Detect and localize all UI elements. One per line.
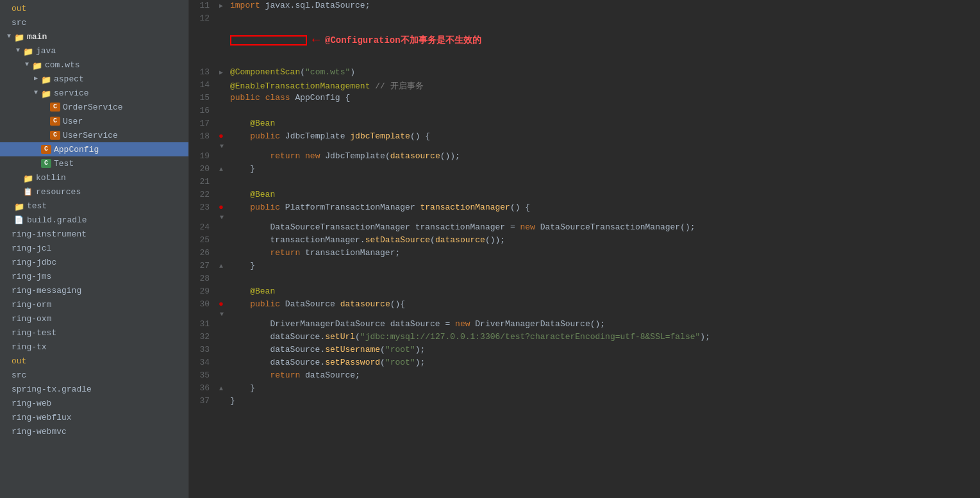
sidebar-item-ring-jcl[interactable]: ring-jcl [0, 241, 188, 255]
code-area[interactable]: 11 ▶ import javax.sql.DataSource; 12 ← @ [189, 0, 980, 498]
sidebar-item-src2[interactable]: src [0, 368, 188, 382]
gutter-19 [215, 151, 228, 163]
sidebar-item-out2[interactable]: out [0, 354, 188, 368]
line-num-14: 14 [189, 79, 215, 92]
sidebar-label-out2: out [12, 356, 26, 366]
sidebar-item-order-service[interactable]: C OrderService [0, 100, 188, 114]
sidebar-label-ring-web: ring-web [12, 399, 51, 408]
sidebar-item-kotlin[interactable]: 📁 kotlin [0, 170, 188, 185]
no-arrow7 [3, 315, 10, 322]
class-icon-app-config: C [41, 145, 51, 154]
leaf-app-config [32, 145, 40, 153]
line-num-23: 23 [189, 202, 215, 222]
sidebar-item-out[interactable]: out [0, 1, 188, 15]
sidebar-label-src: src [12, 18, 26, 28]
line-code-13: @ComponentScan("com.wts") [228, 67, 980, 79]
sidebar-item-ring-jdbc[interactable]: ring-jdbc [0, 255, 188, 269]
line-code-11: import javax.sql.DataSource; [228, 0, 980, 13]
line-code-17: @Bean [228, 118, 980, 131]
no-arrow4 [3, 272, 10, 280]
line-code-27: } [228, 260, 980, 273]
code-line-20: 20 ▲ } [189, 163, 980, 176]
sidebar-item-ring-web[interactable]: ring-web [0, 396, 188, 410]
gutter-29 [215, 286, 228, 299]
sidebar-item-app-config[interactable]: C AppConfig [0, 142, 188, 156]
sidebar-label-ring-test: ring-test [12, 328, 56, 338]
sidebar-item-ring-tx[interactable]: ring-tx [0, 340, 188, 354]
sidebar-label-user-service: UserService [63, 131, 118, 140]
arrow-service [32, 89, 40, 97]
code-line-23: 23 ● ▼ public PlatformTransactionManager… [189, 202, 980, 222]
line-num-26: 26 [189, 247, 215, 260]
line-num-21: 21 [189, 176, 215, 189]
code-line-28: 28 [189, 273, 980, 286]
sidebar-item-service[interactable]: 📁 service [0, 86, 188, 100]
leaf-test-class [32, 160, 40, 167]
line-num-33: 33 [189, 344, 215, 357]
gutter-22 [215, 189, 228, 202]
code-line-26: 26 return transactionManager; [189, 247, 980, 260]
line-num-29: 29 [189, 286, 215, 299]
sidebar-item-test[interactable]: 📁 test [0, 199, 188, 213]
sidebar-item-ring-oxm[interactable]: ring-oxm [0, 311, 188, 326]
leaf-user [41, 117, 49, 125]
red-arrow: ← [312, 33, 320, 47]
sidebar-item-aspect[interactable]: 📁 aspect [0, 72, 188, 86]
line-code-21 [228, 176, 980, 189]
sidebar-item-test-class[interactable]: C Test [0, 156, 188, 170]
sidebar-item-spring-tx-gradle[interactable]: spring-tx.gradle [0, 382, 188, 396]
sidebar-item-ring-messaging[interactable]: ring-messaging [0, 283, 188, 297]
line-num-17: 17 [189, 118, 215, 131]
sidebar-item-main[interactable]: 📁 main [0, 29, 188, 44]
folder-icon-main: 📁 [14, 33, 24, 40]
sidebar-label-kotlin: kotlin [36, 173, 66, 183]
folder-icon-aspect: 📁 [41, 75, 51, 83]
sidebar-item-user-service[interactable]: C UserService [0, 128, 188, 142]
line-num-35: 35 [189, 370, 215, 383]
gutter-20: ▲ [215, 163, 228, 176]
folder-icon-test: 📁 [14, 202, 24, 210]
sidebar-item-com-wts[interactable]: 📁 com.wts [0, 58, 188, 72]
arrow-aspect [32, 75, 40, 83]
class-icon-user-service: C [50, 131, 60, 140]
sidebar-item-src[interactable]: src [0, 15, 188, 29]
sidebar-label-com-wts: com.wts [45, 60, 80, 70]
sidebar-item-build-gradle[interactable]: 📄 build.gradle [0, 213, 188, 227]
sidebar-item-resources[interactable]: 📋 resources [0, 185, 188, 199]
sidebar-label-ring-jcl: ring-jcl [12, 244, 51, 253]
gutter-27: ▲ [215, 260, 228, 273]
sidebar-item-ring-jms[interactable]: ring-jms [0, 269, 188, 283]
sidebar-item-ring-instrument[interactable]: ring-instrument [0, 227, 188, 241]
gutter-14 [215, 79, 228, 92]
fold-icon-30: ▼ [220, 311, 224, 318]
sidebar-label-ring-tx: ring-tx [12, 342, 47, 352]
no-arrow [3, 4, 10, 12]
sidebar-item-ring-webmvc[interactable]: ring-webmvc [0, 424, 188, 438]
sidebar-item-ring-orm[interactable]: ring-orm [0, 297, 188, 311]
gutter-12 [215, 13, 228, 67]
fold-icon-11: ▶ [219, 3, 223, 10]
no-arrow8 [3, 329, 10, 336]
folder-icon-resources: 📋 [23, 187, 33, 197]
no-arrow11 [3, 371, 10, 379]
line-num-16: 16 [189, 105, 215, 118]
line-code-30: public DataSource datasource(){ [228, 299, 980, 319]
line-num-27: 27 [189, 260, 215, 273]
no-arrow14 [3, 413, 10, 421]
gutter-26 [215, 247, 228, 260]
no-arrow2 [3, 244, 10, 252]
sidebar-item-user[interactable]: C User [0, 114, 188, 128]
code-line-21: 21 [189, 176, 980, 189]
gutter-16 [215, 105, 228, 118]
leaf-resources [14, 188, 22, 195]
sidebar-label-user: User [63, 117, 83, 126]
leaf-kotlin [14, 174, 22, 181]
line-code-14: @EnableTransactionManagement // 开启事务 [228, 79, 980, 92]
leaf-build-gradle [5, 216, 13, 224]
sidebar-item-ring-webflux[interactable]: ring-webflux [0, 410, 188, 424]
code-line-16: 16 [189, 105, 980, 118]
fold-icon-20: ▲ [219, 166, 223, 173]
sidebar-item-ring-test[interactable]: ring-test [0, 326, 188, 340]
gutter-33 [215, 344, 228, 357]
sidebar-item-java[interactable]: 📁 java [0, 44, 188, 58]
